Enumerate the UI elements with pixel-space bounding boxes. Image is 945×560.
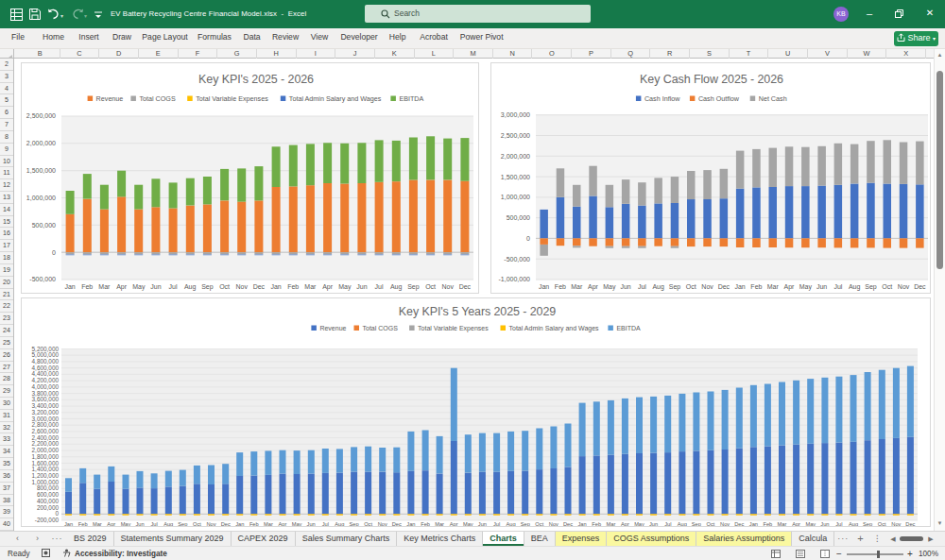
svg-text:Mar: Mar [304,283,317,290]
svg-text:1,000,000: 1,000,000 [26,195,56,201]
svg-text:500,000: 500,000 [32,222,56,229]
svg-text:Jan: Jan [64,283,75,290]
svg-text:Apr: Apr [322,283,334,291]
svg-text:Feb: Feb [81,283,93,290]
svg-text:Jul: Jul [835,521,842,527]
svg-text:0: 0 [526,235,530,242]
svg-text:Dec: Dec [392,521,402,527]
svg-text:500,000: 500,000 [507,214,530,221]
svg-text:May: May [463,521,473,527]
svg-text:Jan: Jan [539,283,549,290]
svg-text:Jan: Jan [64,521,73,527]
svg-text:Oct: Oct [425,283,436,290]
svg-text:Oct: Oct [219,283,230,290]
svg-text:-500,000: -500,000 [504,256,530,263]
svg-text:Cash Inflow: Cash Inflow [644,94,680,103]
svg-text:May: May [132,283,146,291]
svg-text:Feb: Feb [763,521,772,527]
svg-text:Nov: Nov [206,521,215,527]
svg-text:Apr: Apr [784,283,796,291]
svg-text:Sep: Sep [178,521,187,527]
svg-text:Jan: Jan [270,283,281,290]
svg-text:Key KPI's 5 Years 2025 - 2029: Key KPI's 5 Years 2025 - 2029 [399,305,556,318]
svg-text:Sep: Sep [521,521,530,527]
svg-text:Revenue: Revenue [319,325,346,331]
svg-text:Apr: Apr [116,283,128,291]
svg-text:Sep: Sep [692,521,701,527]
svg-text:Jun: Jun [816,283,827,290]
svg-text:Feb: Feb [249,521,259,527]
svg-text:Aug: Aug [849,521,858,527]
svg-text:Dec: Dec [734,521,744,527]
svg-text:Feb: Feb [555,283,566,290]
svg-text:Jun: Jun [649,521,658,527]
svg-text:Jan: Jan [235,521,244,527]
svg-text:Apr: Apr [621,521,629,527]
svg-text:Jul: Jul [322,521,329,527]
svg-text:Jun: Jun [356,283,367,290]
svg-text:Mar: Mar [435,521,444,527]
svg-text:Revenue: Revenue [96,94,124,103]
svg-text:Nov: Nov [898,283,910,290]
svg-text:Jan: Jan [578,521,587,527]
svg-text:May: May [292,521,302,527]
svg-text:Feb: Feb [592,521,601,527]
svg-text:Total COGS: Total COGS [363,325,399,331]
svg-text:-1,000,000: -1,000,000 [499,276,531,282]
svg-text:Apr: Apr [279,521,287,527]
svg-text:Jun: Jun [307,521,316,527]
svg-text:Total Variable Expenses: Total Variable Expenses [196,94,268,103]
svg-text:Jun: Jun [478,521,487,527]
svg-text:Aug: Aug [652,283,664,291]
svg-text:1,000,000: 1,000,000 [501,194,530,200]
svg-text:Dec: Dec [914,283,926,290]
svg-text:Oct: Oct [882,283,892,290]
svg-text:Aug: Aug [849,283,861,291]
svg-text:Feb: Feb [421,521,430,527]
svg-text:Nov: Nov [442,283,455,290]
svg-text:Feb: Feb [750,283,762,290]
svg-text:0: 0 [52,249,56,256]
svg-text:Jan: Jan [749,521,758,527]
svg-text:EBITDA: EBITDA [399,94,423,103]
svg-text:Nov: Nov [891,521,901,527]
svg-text:Total Variable Expenses: Total Variable Expenses [418,325,489,332]
svg-text:Mar: Mar [571,283,583,290]
svg-text:Net Cash: Net Cash [759,94,787,103]
svg-text:Mar: Mar [93,521,102,527]
svg-text:Sep: Sep [669,283,681,291]
svg-text:May: May [121,521,131,527]
svg-text:Nov: Nov [236,283,249,290]
svg-text:Oct: Oct [686,283,696,290]
svg-text:2,500,000: 2,500,000 [26,112,56,119]
svg-text:Jul: Jul [169,283,178,290]
svg-text:Mar: Mar [607,521,616,527]
svg-text:2,500,000: 2,500,000 [501,132,530,139]
svg-text:Aug: Aug [335,521,344,527]
svg-text:Jul: Jul [664,521,671,527]
svg-text:Oct: Oct [364,521,372,527]
svg-text:Sep: Sep [863,521,872,527]
svg-text:Mar: Mar [778,521,787,527]
svg-text:May: May [603,283,616,291]
svg-text:Cash Outflow: Cash Outflow [698,94,740,103]
svg-text:May: May [338,283,352,291]
svg-text:Dec: Dec [253,283,266,290]
svg-text:Sep: Sep [201,283,214,291]
svg-text:EBITDA: EBITDA [616,325,641,331]
svg-text:Nov: Nov [701,283,713,290]
svg-text:Sep: Sep [350,521,359,527]
svg-text:May: May [799,283,813,291]
svg-text:Oct: Oct [707,521,715,527]
svg-text:Total Admin Salary and Wages: Total Admin Salary and Wages [509,325,600,332]
svg-text:Aug: Aug [163,521,173,527]
svg-text:1,500,000: 1,500,000 [26,167,56,174]
svg-text:Apr: Apr [107,521,115,527]
svg-text:Jul: Jul [375,283,384,290]
svg-text:Aug: Aug [184,283,197,291]
svg-text:Oct: Oct [193,521,201,527]
svg-text:Jan: Jan [406,521,415,527]
svg-text:-200,000: -200,000 [35,517,60,523]
svg-text:Mar: Mar [767,283,780,290]
svg-text:Dec: Dec [459,283,472,290]
